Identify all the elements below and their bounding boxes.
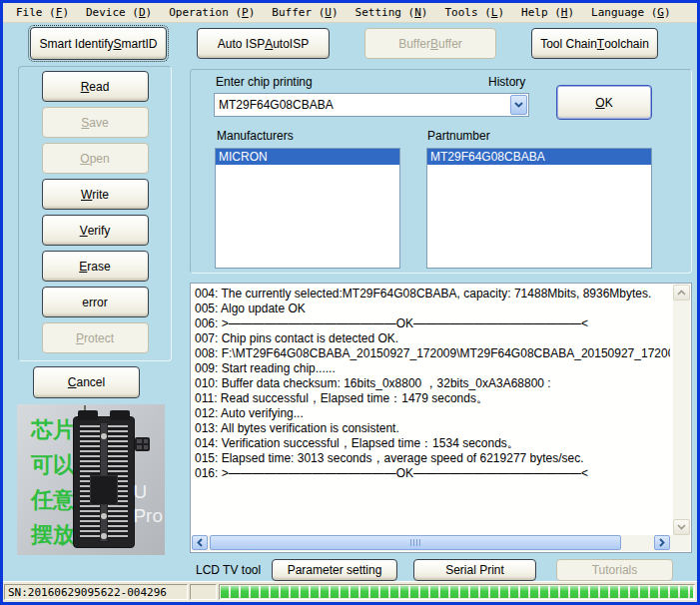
scroll-right-icon[interactable] — [654, 535, 670, 550]
zif-socket — [73, 416, 135, 548]
cancel-button[interactable]: Cancel — [33, 366, 140, 398]
menu-help[interactable]: Help (H) — [513, 4, 583, 21]
scrollbar-thumb[interactable] — [210, 535, 621, 550]
verify-button[interactable]: Verify — [42, 215, 149, 246]
manufacturers-label: Manufacturers — [217, 129, 294, 143]
log-line: 004: The currently selected:MT29F64G08CB… — [195, 287, 670, 302]
menu-tools[interactable]: Tools (L) — [436, 4, 513, 21]
smart-identify-button[interactable]: Smart Identify SmartID — [30, 27, 167, 60]
enter-chip-printing-label: Enter chip printing — [216, 75, 313, 89]
log-horizontal-scrollbar[interactable] — [192, 535, 690, 551]
tool-chain-button[interactable]: Tool Chain Toolchain — [531, 28, 658, 59]
menu-file[interactable]: File (F) — [8, 4, 78, 21]
log-output[interactable]: 004: The currently selected:MT29F64G08CB… — [190, 283, 692, 553]
erase-button[interactable]: Erase — [42, 251, 149, 282]
chip-printing-combobox[interactable]: MT29F64G08CBABA — [214, 93, 529, 117]
chip-printing-value[interactable]: MT29F64G08CBABA — [215, 98, 510, 112]
error-button[interactable]: error — [42, 287, 149, 317]
log-line: 010: Buffer data checksum: 16bits_0x8800… — [195, 376, 670, 391]
chip-select-group: Enter chip printing History MT29F64G08CB… — [190, 69, 692, 274]
progress-bar-fill — [221, 586, 693, 598]
scroll-up-icon[interactable] — [673, 285, 690, 301]
programmer-app-window: File (F) Device (D) Operation (P) Buffer… — [0, 0, 700, 605]
chevron-down-icon[interactable] — [510, 95, 527, 115]
manufacturers-listbox[interactable]: MICRON — [215, 148, 400, 269]
log-line: 009: Start reading chip...... — [195, 361, 670, 376]
tutorials-button: Tutorials — [556, 559, 673, 581]
menu-language[interactable]: Language (G) — [583, 4, 679, 21]
log-line: 005: Algo update OK — [195, 302, 670, 316]
open-button: Open — [42, 143, 149, 174]
serial-print-button[interactable]: Serial Print — [413, 559, 536, 581]
log-line: 007: Chip pins contact is detected OK. — [195, 331, 670, 346]
log-line: 016: >——————————————OK——————————————< — [195, 466, 670, 481]
history-label: History — [488, 75, 525, 89]
write-button[interactable]: Write — [42, 179, 149, 210]
socket-chip — [90, 475, 118, 505]
partnumber-item-selected[interactable]: MT29F64G08CBABA — [427, 149, 651, 165]
auto-isp-button[interactable]: Auto ISP AutoISP — [197, 28, 330, 59]
protect-button: Protect — [42, 322, 149, 353]
status-bar: SN:20160629095622-004296 — [3, 581, 697, 602]
ok-button[interactable]: OK — [556, 85, 652, 120]
programmer-socket-image: 芯片 可以 任意 摆放 U Pro — [17, 404, 165, 555]
manufacturer-item-selected[interactable]: MICRON — [216, 149, 399, 165]
menu-operation[interactable]: Operation (P) — [161, 4, 264, 21]
log-vertical-scrollbar[interactable] — [673, 285, 690, 535]
menu-setting[interactable]: Setting (N) — [348, 4, 437, 21]
log-line: 006: >——————————————OK——————————————< — [195, 316, 670, 331]
progress-bar — [219, 584, 695, 600]
menu-buffer[interactable]: Buffer (U) — [264, 4, 347, 21]
serial-number-panel: SN:20160629095622-004296 — [4, 584, 188, 600]
menu-device[interactable]: Device (D) — [78, 4, 161, 21]
menu-bar: File (F) Device (D) Operation (P) Buffer… — [3, 3, 697, 23]
save-button: Save — [42, 107, 149, 138]
log-line: 011: Read successful，Elapsed time：1479 s… — [195, 391, 670, 406]
log-line: 012: Auto verifying... — [195, 406, 670, 421]
read-button[interactable]: Read — [42, 71, 149, 102]
icsp-connector — [135, 437, 150, 451]
scroll-down-icon[interactable] — [673, 519, 690, 535]
partnumber-label: Partnumber — [427, 129, 490, 143]
log-lines: 004: The currently selected:MT29F64G08CB… — [195, 287, 670, 533]
log-line: 008: F:\MT29F64G08CBABA_20150927_172009\… — [195, 346, 670, 361]
log-line: 013: All bytes verification is consisten… — [195, 421, 670, 436]
status-spacer-panel — [190, 584, 217, 600]
action-button-group: Read Save Open Write Verify Erase error … — [18, 66, 172, 361]
buffer-button: Buffer Buffer — [364, 28, 496, 59]
lcd-tv-tool-label: LCD TV tool — [196, 563, 261, 577]
log-line: 014: Verification successful，Elapsed tim… — [195, 436, 670, 451]
parameter-setting-button[interactable]: Parameter setting — [272, 559, 397, 581]
log-line: 015: Elapsed time: 3013 seconds，average … — [195, 451, 670, 466]
partnumber-listbox[interactable]: MT29F64G08CBABA — [426, 148, 652, 269]
scroll-left-icon[interactable] — [192, 535, 208, 550]
programmer-logo-text: U Pro — [133, 480, 163, 528]
